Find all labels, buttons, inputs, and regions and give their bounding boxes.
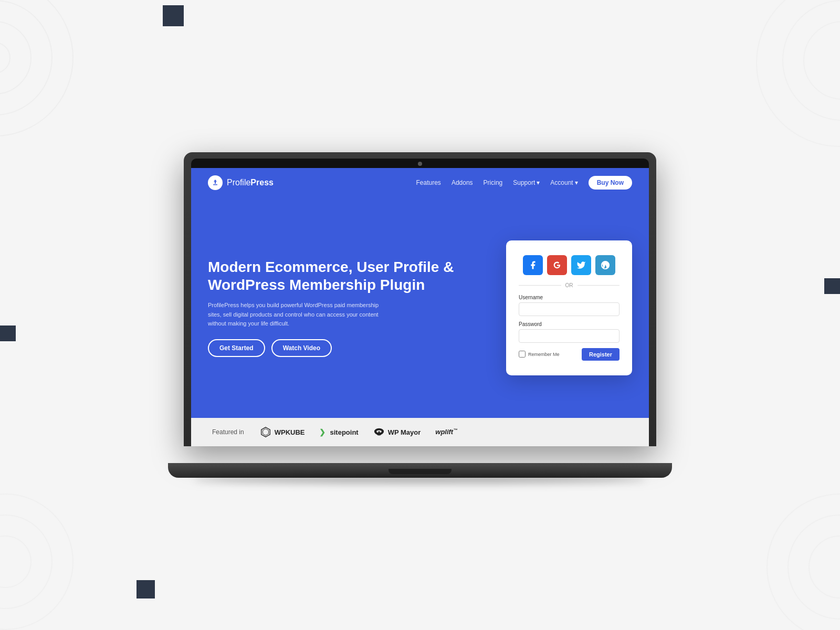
divider-line-left bbox=[519, 285, 561, 286]
twitter-icon bbox=[576, 260, 586, 270]
hero-buttons: Get Started Watch Video bbox=[208, 339, 485, 357]
nav-support[interactable]: Support ▾ bbox=[513, 179, 540, 186]
google-login-button[interactable] bbox=[547, 255, 567, 275]
featured-bar: Featured in WPKUBE ❯ bbox=[191, 418, 649, 446]
wpkube-text: WPKUBE bbox=[275, 428, 305, 436]
twitter-login-button[interactable] bbox=[571, 255, 591, 275]
register-button[interactable]: Register bbox=[582, 348, 620, 361]
decorative-square-1 bbox=[163, 5, 184, 26]
wpkube-icon bbox=[260, 426, 271, 438]
nav-account[interactable]: Account ▾ bbox=[550, 179, 578, 186]
get-started-button[interactable]: Get Started bbox=[208, 339, 265, 357]
nav-features[interactable]: Features bbox=[416, 179, 441, 186]
or-text: OR bbox=[565, 282, 573, 288]
remember-me: Remember Me bbox=[519, 351, 560, 358]
nav-links: Features Addons Pricing Support ▾ Accoun… bbox=[416, 176, 632, 190]
navbar: ProfilePress Features Addons Pricing Sup… bbox=[191, 168, 649, 197]
laptop: ProfilePress Features Addons Pricing Sup… bbox=[184, 152, 656, 478]
or-divider: OR bbox=[519, 282, 620, 288]
password-input[interactable] bbox=[519, 329, 620, 343]
logo-icon bbox=[208, 175, 223, 190]
wordpress-login-button[interactable] bbox=[595, 255, 615, 275]
chevron-down-icon: ▾ bbox=[537, 179, 540, 186]
wplift-logo: wplift™ bbox=[435, 428, 457, 436]
wplift-sup: ™ bbox=[453, 428, 457, 433]
wpmayor-text: WP Mayor bbox=[388, 428, 421, 436]
logo-bold-text: Press bbox=[250, 178, 274, 187]
svg-point-5 bbox=[376, 430, 379, 433]
featured-label: Featured in bbox=[212, 428, 244, 436]
form-footer: Remember Me Register bbox=[519, 348, 620, 361]
wplift-text: wplift™ bbox=[435, 428, 457, 436]
decorative-square-4 bbox=[136, 580, 155, 598]
nav-support-label: Support bbox=[513, 179, 535, 186]
svg-marker-3 bbox=[262, 429, 268, 436]
wpmayor-icon bbox=[373, 427, 385, 437]
laptop-bezel: ProfilePress Features Addons Pricing Sup… bbox=[191, 159, 649, 446]
social-buttons bbox=[519, 255, 620, 275]
wordpress-icon bbox=[601, 260, 610, 270]
camera-dot bbox=[418, 162, 422, 166]
wpmayor-logo: WP Mayor bbox=[373, 427, 421, 437]
decorative-square-3 bbox=[824, 278, 840, 294]
login-card: OR Username Password bbox=[506, 240, 632, 375]
sitepoint-text: sitepoint bbox=[330, 428, 358, 436]
divider-line-right bbox=[578, 285, 620, 286]
featured-logos: WPKUBE ❯ sitepoint bbox=[260, 426, 458, 438]
hero-section: Modern Ecommerce, User Profile & WordPre… bbox=[191, 197, 649, 418]
buy-now-button[interactable]: Buy Now bbox=[589, 176, 632, 190]
website-screen: ProfilePress Features Addons Pricing Sup… bbox=[191, 168, 649, 446]
username-input[interactable] bbox=[519, 302, 620, 316]
nav-account-label: Account bbox=[550, 179, 573, 186]
facebook-login-button[interactable] bbox=[523, 255, 543, 275]
sitepoint-icon: ❯ bbox=[319, 428, 326, 436]
username-group: Username bbox=[519, 295, 620, 316]
username-label: Username bbox=[519, 295, 620, 300]
google-icon bbox=[552, 260, 562, 270]
decorative-square-2 bbox=[0, 326, 16, 341]
hero-description: ProfilePress helps you build powerful Wo… bbox=[208, 301, 386, 329]
watch-video-button[interactable]: Watch Video bbox=[271, 339, 332, 357]
password-label: Password bbox=[519, 321, 620, 327]
password-group: Password bbox=[519, 321, 620, 343]
hero-left: Modern Ecommerce, User Profile & WordPre… bbox=[208, 258, 485, 357]
laptop-shadow bbox=[194, 475, 646, 483]
laptop-screen-body: ProfilePress Features Addons Pricing Sup… bbox=[184, 152, 656, 446]
logo-svg bbox=[211, 178, 219, 187]
chevron-down-icon-2: ▾ bbox=[575, 179, 578, 186]
logo-plain-text: Profile bbox=[227, 178, 250, 187]
logo-text: ProfilePress bbox=[227, 178, 274, 187]
remember-me-label: Remember Me bbox=[528, 352, 560, 357]
svg-point-4 bbox=[374, 428, 384, 435]
sitepoint-logo: ❯ sitepoint bbox=[319, 428, 358, 436]
hero-title: Modern Ecommerce, User Profile & WordPre… bbox=[208, 258, 485, 293]
laptop-hinge bbox=[388, 469, 452, 474]
remember-me-checkbox[interactable] bbox=[519, 351, 526, 358]
svg-rect-0 bbox=[213, 184, 217, 185]
wpkube-logo: WPKUBE bbox=[260, 426, 305, 438]
logo-area: ProfilePress bbox=[208, 175, 274, 190]
svg-point-6 bbox=[380, 430, 382, 433]
nav-addons[interactable]: Addons bbox=[452, 179, 473, 186]
facebook-icon bbox=[528, 260, 538, 270]
nav-pricing[interactable]: Pricing bbox=[484, 179, 503, 186]
